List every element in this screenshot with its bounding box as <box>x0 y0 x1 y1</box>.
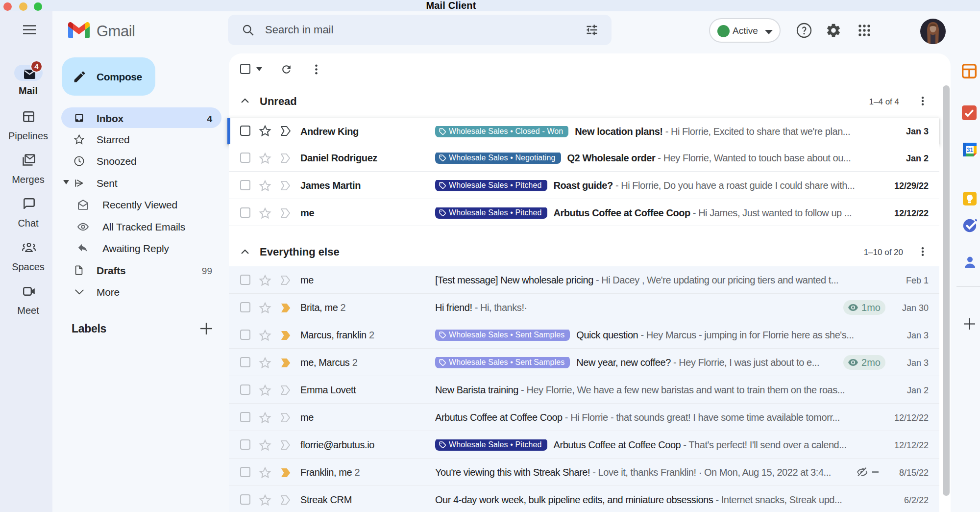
svg-text:31: 31 <box>967 147 974 154</box>
